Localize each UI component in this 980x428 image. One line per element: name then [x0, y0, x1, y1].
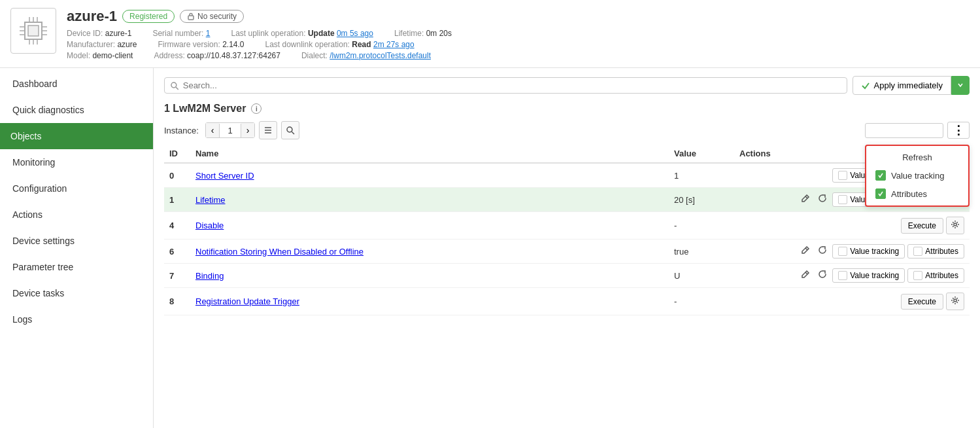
table-row: 0 Short Server ID 1 Value tracking: [164, 163, 970, 188]
value-tracking-checkbox: [875, 170, 886, 181]
toolbar: Apply immediately: [164, 76, 970, 95]
cell-value-8: -: [669, 288, 734, 315]
dropdown-value-tracking[interactable]: Value tracking: [866, 166, 968, 185]
refresh-icon-6: [818, 245, 827, 255]
cell-value-1: 20 [s]: [669, 188, 734, 212]
svg-line-21: [292, 132, 295, 134]
info-icon[interactable]: i: [251, 103, 262, 114]
edit-btn-6[interactable]: [798, 244, 813, 259]
cell-id-6: 6: [164, 240, 190, 264]
cell-id-8: 8: [164, 288, 190, 315]
row-0-name-link[interactable]: Short Server ID: [195, 171, 254, 181]
list-view-button[interactable]: [259, 121, 277, 139]
edit-btn-7[interactable]: [798, 268, 813, 283]
refresh-btn-1[interactable]: [815, 192, 830, 207]
instance-prev-button[interactable]: ‹: [206, 123, 220, 137]
cell-id-0: 0: [164, 163, 190, 188]
cell-id-1: 1: [164, 188, 190, 212]
sidebar-item-monitoring[interactable]: Monitoring: [0, 149, 153, 175]
actions-group-8: Execute: [739, 293, 964, 310]
attributes-checkbox-7: [913, 271, 922, 280]
attributes-checkbox: [875, 188, 886, 199]
attributes-btn-7[interactable]: Attributes: [907, 268, 964, 283]
cell-name-0: Short Server ID: [190, 163, 669, 188]
search-input[interactable]: [183, 80, 841, 90]
value-tracking-btn-7[interactable]: Value tracking: [832, 268, 905, 283]
execute-btn-8[interactable]: Execute: [901, 294, 943, 310]
registered-badge: Registered: [122, 10, 175, 23]
main-content: Apply immediately 1 LwM2M Server i Insta…: [154, 68, 980, 428]
instance-navigator: ‹ 1 ›: [205, 122, 256, 138]
edit-btn-1[interactable]: [798, 192, 813, 207]
search-object-button[interactable]: [281, 121, 299, 139]
table-row: 4 Disable - Execute: [164, 212, 970, 240]
edit-icon-6: [801, 245, 810, 255]
apply-dropdown-button[interactable]: [951, 76, 970, 95]
instance-filter-input[interactable]: [865, 123, 943, 138]
table-row: 7 Binding U: [164, 264, 970, 288]
sidebar-item-quick-diagnostics[interactable]: Quick diagnostics: [0, 97, 153, 123]
table-body: 0 Short Server ID 1 Value tracking: [164, 163, 970, 315]
svg-rect-1: [28, 26, 39, 36]
main-layout: Dashboard Quick diagnostics Objects Moni…: [0, 68, 980, 428]
row-4-name-link[interactable]: Disable: [195, 221, 224, 230]
instance-label: Instance:: [164, 126, 199, 135]
instance-number: 1: [219, 124, 241, 137]
table-row: 1 Lifetime 20 [s]: [164, 188, 970, 212]
check-icon: [861, 81, 870, 90]
svg-line-24: [805, 248, 807, 250]
row-7-name-link[interactable]: Binding: [195, 271, 224, 281]
table-row: 6 Notification Storing When Disabled or …: [164, 240, 970, 264]
sidebar-item-dashboard[interactable]: Dashboard: [0, 71, 153, 97]
objects-table: ID Name Value Actions 0 Short Server ID …: [164, 145, 970, 315]
cell-id-4: 4: [164, 212, 190, 240]
gear-icon-8: [951, 296, 960, 305]
refresh-btn-7[interactable]: [815, 268, 830, 283]
cell-actions-7: Value tracking Attributes: [734, 264, 970, 288]
apply-immediately-button[interactable]: Apply immediately: [853, 76, 952, 95]
device-icon: [10, 8, 56, 54]
gear-btn-4[interactable]: [946, 217, 964, 234]
value-tracking-btn-6[interactable]: Value tracking: [832, 244, 905, 259]
refresh-icon: [818, 194, 827, 203]
gear-btn-8[interactable]: [946, 293, 964, 310]
gear-icon: [951, 220, 960, 229]
instance-next-button[interactable]: ›: [241, 123, 255, 137]
value-tracking-checkbox-7: [838, 271, 847, 280]
edit-icon-7: [801, 270, 810, 279]
svg-rect-14: [188, 16, 194, 20]
cell-actions-6: Value tracking Attributes: [734, 240, 970, 264]
cell-name-4: Disable: [190, 212, 669, 240]
security-badge: No security: [180, 10, 244, 23]
sidebar-item-objects[interactable]: Objects: [0, 123, 153, 149]
attributes-checkbox-6: [913, 247, 922, 256]
attributes-btn-6[interactable]: Attributes: [907, 244, 964, 259]
device-title-row: azure-1 Registered No security: [67, 8, 970, 25]
sidebar-item-parameter-tree[interactable]: Parameter tree: [0, 254, 153, 280]
table-row: 8 Registration Update Trigger - Execute: [164, 288, 970, 315]
refresh-btn-6[interactable]: [815, 244, 830, 259]
search-box[interactable]: [164, 77, 847, 94]
cell-actions-4: Execute: [734, 212, 970, 240]
actions-group-7: Value tracking Attributes: [739, 268, 964, 283]
svg-point-20: [287, 127, 292, 132]
svg-point-15: [171, 82, 177, 88]
refresh-icon-7: [818, 270, 827, 279]
sidebar-item-actions[interactable]: Actions: [0, 202, 153, 228]
sidebar-item-logs[interactable]: Logs: [0, 306, 153, 332]
sidebar-item-configuration[interactable]: Configuration: [0, 175, 153, 202]
dropdown-attributes[interactable]: Attributes: [866, 185, 968, 203]
col-value: Value: [669, 145, 734, 163]
dropdown-refresh[interactable]: Refresh: [866, 149, 968, 166]
checkmark-icon: [877, 172, 884, 179]
sidebar-item-device-tasks[interactable]: Device tasks: [0, 280, 153, 306]
row-1-name-link[interactable]: Lifetime: [195, 195, 226, 205]
execute-btn-4[interactable]: Execute: [901, 218, 943, 234]
sidebar-item-device-settings[interactable]: Device settings: [0, 228, 153, 254]
row-8-name-link[interactable]: Registration Update Trigger: [195, 296, 299, 306]
value-tracking-checkbox-6: [838, 247, 847, 256]
more-options-button[interactable]: ⋮: [947, 122, 970, 139]
row-6-name-link[interactable]: Notification Storing When Disabled or Of…: [195, 247, 363, 257]
value-tracking-checkbox-1: [838, 195, 847, 204]
instance-bar-right: ⋮ Refresh Value tracking: [865, 122, 970, 139]
